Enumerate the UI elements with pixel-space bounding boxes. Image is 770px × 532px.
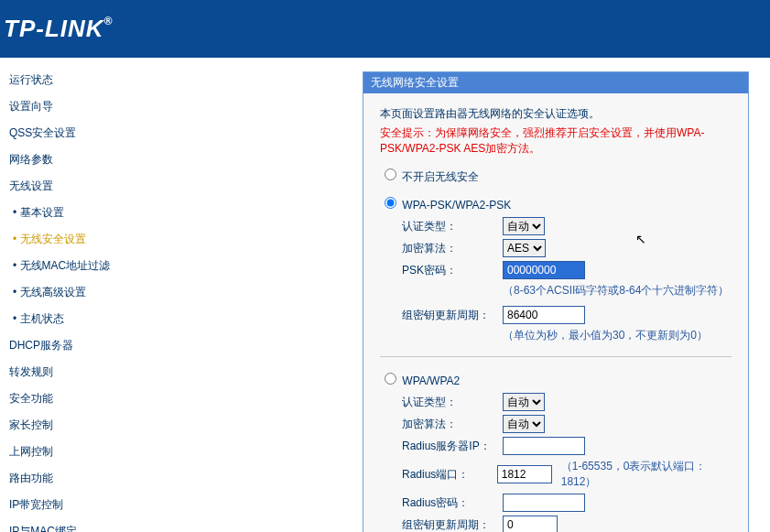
psk-password-input[interactable] <box>503 261 585 279</box>
nav-access-control[interactable]: 上网控制 <box>0 439 134 465</box>
nav-setup-wizard[interactable]: 设置向导 <box>0 93 134 120</box>
encryption-select[interactable]: AES <box>503 239 546 257</box>
nav-running-status[interactable]: 运行状态 <box>0 67 134 93</box>
group-key2-input[interactable] <box>503 516 558 532</box>
auth2-type-select[interactable]: 自动 <box>503 393 545 411</box>
nav-forwarding[interactable]: 转发规则 <box>0 359 134 385</box>
nav-wireless-security[interactable]: 无线安全设置 <box>0 226 134 253</box>
nav-security[interactable]: 安全功能 <box>0 385 134 412</box>
psk-hint: （8-63个ACSII码字符或8-64个十六进制字符） <box>380 283 732 299</box>
encryption2-label: 加密算法： <box>402 417 503 432</box>
radius-pw-label: Radius密码： <box>402 495 503 511</box>
auth-type-label: 认证类型： <box>402 219 503 234</box>
nav-dhcp[interactable]: DHCP服务器 <box>0 332 134 359</box>
radius-port-input[interactable] <box>497 465 552 483</box>
psk-password-label: PSK密码： <box>402 263 503 278</box>
auth-type-select[interactable]: 自动 <box>503 217 545 235</box>
nav-basic-settings[interactable]: 基本设置 <box>0 200 134 226</box>
radius-ip-label: Radius服务器IP： <box>402 439 503 454</box>
intro-text: 本页面设置路由器无线网络的安全认证选项。 <box>380 106 732 122</box>
nav-advanced-wireless[interactable]: 无线高级设置 <box>0 279 134 306</box>
radio-wpa-psk[interactable] <box>385 197 396 209</box>
encryption-label: 加密算法： <box>402 241 503 256</box>
nav-host-status[interactable]: 主机状态 <box>0 306 134 332</box>
radio-no-security[interactable] <box>385 168 396 180</box>
radius-port-label: Radius端口： <box>402 467 497 483</box>
nav-routing[interactable]: 路由功能 <box>0 465 134 492</box>
mouse-cursor-icon: ↖ <box>635 232 646 246</box>
settings-panel: 无线网络安全设置 本页面设置路由器无线网络的安全认证选项。 安全提示：为保障网络… <box>363 71 749 532</box>
radius-port-hint: （1-65535，0表示默认端口：1812） <box>561 459 732 490</box>
nav-qss-security[interactable]: QSS安全设置 <box>0 120 134 147</box>
sidebar: 运行状态 设置向导 QSS安全设置 网络参数 无线设置 基本设置 无线安全设置 … <box>0 58 134 532</box>
encryption2-select[interactable]: 自动 <box>503 415 545 433</box>
nav-wireless[interactable]: 无线设置 <box>0 173 134 200</box>
group-key-input[interactable] <box>503 306 585 324</box>
separator <box>380 356 732 357</box>
nav-parental[interactable]: 家长控制 <box>0 412 134 439</box>
radio-wpa-label: WPA/WPA2 <box>402 375 460 387</box>
warning-text: 安全提示：为保障网络安全，强烈推荐开启安全设置，并使用WPA-PSK/WPA2-… <box>380 125 732 157</box>
logo: TP-LINK® <box>0 15 113 43</box>
auth2-type-label: 认证类型： <box>402 395 503 410</box>
radius-ip-input[interactable] <box>503 437 585 455</box>
group-key-hint: （单位为秒，最小值为30，不更新则为0） <box>380 328 732 343</box>
header: TP-LINK® <box>0 0 770 58</box>
radio-wpa[interactable] <box>385 373 396 385</box>
group-key2-label: 组密钥更新周期： <box>402 517 503 533</box>
nav-mac-filter[interactable]: 无线MAC地址过滤 <box>0 253 134 279</box>
radio-wpa-psk-label: WPA-PSK/WPA2-PSK <box>402 199 511 212</box>
nav-network-params[interactable]: 网络参数 <box>0 147 134 173</box>
nav-ip-mac[interactable]: IP与MAC绑定 <box>0 518 134 532</box>
panel-title: 无线网络安全设置 <box>363 72 748 93</box>
radio-no-security-label: 不开启无线安全 <box>402 170 479 183</box>
group-key-label: 组密钥更新周期： <box>402 308 503 323</box>
nav-bandwidth[interactable]: IP带宽控制 <box>0 492 134 518</box>
radius-pw-input[interactable] <box>503 494 585 512</box>
